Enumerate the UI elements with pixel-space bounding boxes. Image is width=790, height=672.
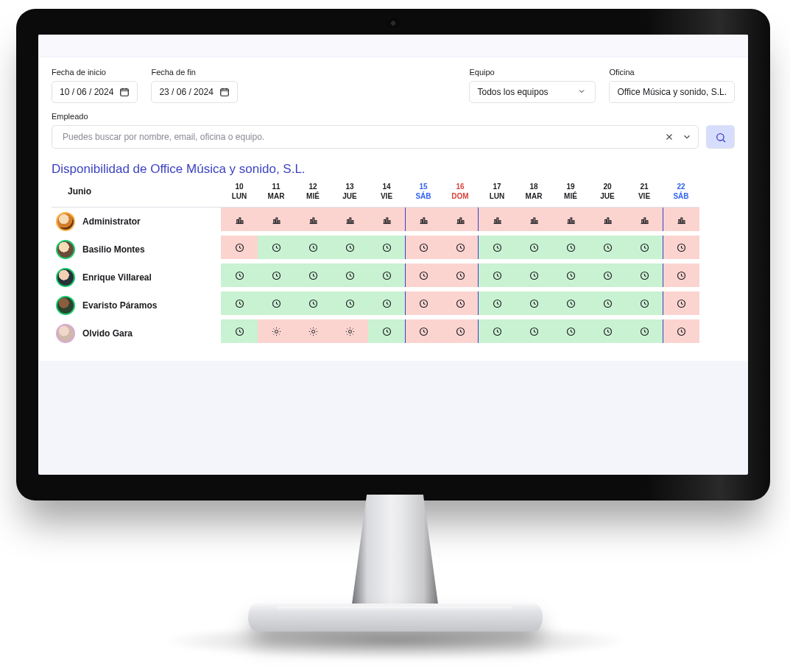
- start-date-label: Fecha de inicio: [52, 68, 138, 77]
- availability-cell[interactable]: [589, 236, 626, 259]
- availability-cell[interactable]: [331, 264, 368, 287]
- availability-cell[interactable]: [258, 236, 295, 259]
- svg-rect-1: [221, 89, 229, 96]
- availability-cell[interactable]: [442, 264, 479, 287]
- chevron-down-icon[interactable]: [682, 132, 692, 142]
- svg-rect-10: [313, 218, 314, 224]
- clear-icon[interactable]: [664, 132, 674, 142]
- availability-cell[interactable]: [663, 291, 699, 315]
- availability-cell[interactable]: [331, 291, 368, 315]
- availability-cell[interactable]: [368, 319, 405, 343]
- availability-cell[interactable]: [405, 236, 442, 259]
- availability-cell[interactable]: [368, 236, 405, 259]
- availability-cell[interactable]: [663, 208, 699, 231]
- start-date-input[interactable]: 10 / 06 / 2024: [52, 81, 138, 103]
- availability-cell[interactable]: [626, 291, 663, 315]
- availability-cell[interactable]: [515, 208, 552, 231]
- clock-icon: [602, 298, 613, 308]
- employee-search[interactable]: [52, 125, 699, 149]
- employee-name: Olvido Gara: [82, 328, 133, 339]
- availability-cell[interactable]: [258, 208, 295, 231]
- employee-cell[interactable]: Basilio Montes: [52, 236, 221, 264]
- availability-cell[interactable]: [663, 319, 699, 343]
- day-header: 15SÁB: [405, 181, 442, 208]
- availability-cell[interactable]: [295, 291, 331, 315]
- availability-cell[interactable]: [221, 236, 258, 259]
- availability-cell[interactable]: [368, 208, 405, 231]
- employee-cell[interactable]: Evaristo Páramos: [52, 291, 221, 319]
- clock-icon: [345, 242, 355, 252]
- availability-cell[interactable]: [552, 208, 589, 231]
- availability-cell[interactable]: [479, 236, 515, 259]
- availability-cell[interactable]: [405, 291, 442, 315]
- availability-cell[interactable]: [589, 319, 626, 343]
- availability-cell[interactable]: [442, 291, 479, 315]
- availability-cell[interactable]: [552, 264, 589, 287]
- svg-rect-28: [534, 218, 535, 224]
- availability-cell[interactable]: [515, 264, 552, 287]
- svg-rect-35: [610, 221, 611, 224]
- availability-cell[interactable]: [258, 291, 295, 315]
- availability-cell[interactable]: [258, 319, 295, 343]
- clock-icon: [418, 298, 428, 308]
- availability-cell[interactable]: [626, 319, 663, 343]
- availability-cell[interactable]: [515, 319, 552, 343]
- availability-cell[interactable]: [515, 236, 552, 259]
- availability-cell[interactable]: [221, 208, 258, 231]
- monitor-frame: Fecha de inicio 10 / 06 / 2024 Fecha de …: [16, 9, 770, 501]
- office-select[interactable]: Office Música y sonido, S.L.: [609, 81, 735, 103]
- availability-cell[interactable]: [442, 236, 479, 259]
- avatar: [56, 240, 75, 259]
- availability-cell[interactable]: [295, 319, 331, 343]
- availability-cell[interactable]: [552, 291, 589, 315]
- availability-cell[interactable]: [368, 264, 405, 287]
- employee-search-input[interactable]: [61, 131, 664, 143]
- availability-cell[interactable]: [331, 319, 368, 343]
- availability-cell[interactable]: [368, 291, 405, 315]
- availability-cell[interactable]: [221, 291, 258, 315]
- chevron-down-icon: [577, 87, 588, 97]
- availability-cell[interactable]: [331, 208, 368, 231]
- availability-cell[interactable]: [479, 291, 515, 315]
- availability-cell[interactable]: [221, 264, 258, 287]
- availability-cell[interactable]: [589, 264, 626, 287]
- employee-cell[interactable]: Olvido Gara: [52, 319, 221, 347]
- availability-cell[interactable]: [515, 291, 552, 315]
- availability-cell[interactable]: [295, 264, 331, 287]
- availability-cell[interactable]: [552, 236, 589, 259]
- team-select[interactable]: Todos los equipos: [469, 81, 596, 103]
- svg-rect-22: [460, 218, 462, 224]
- availability-cell[interactable]: [626, 236, 663, 259]
- clock-icon: [639, 298, 649, 308]
- employee-cell[interactable]: Administrator: [52, 208, 221, 236]
- clock-icon: [602, 326, 613, 336]
- availability-cell[interactable]: [295, 236, 331, 259]
- bar-icon: [418, 214, 428, 224]
- end-date-input[interactable]: 23 / 06 / 2024: [151, 81, 237, 103]
- availability-cell[interactable]: [331, 236, 368, 259]
- svg-rect-11: [315, 221, 317, 224]
- availability-cell[interactable]: [405, 208, 442, 231]
- availability-cell[interactable]: [405, 319, 442, 343]
- availability-cell[interactable]: [589, 291, 626, 315]
- search-button[interactable]: [706, 125, 735, 149]
- availability-cell[interactable]: [405, 264, 442, 287]
- availability-cell[interactable]: [479, 319, 515, 343]
- employee-cell[interactable]: Enrique Villareal: [52, 264, 221, 291]
- availability-cell[interactable]: [295, 208, 331, 231]
- availability-cell[interactable]: [626, 208, 663, 231]
- availability-cell[interactable]: [442, 208, 479, 231]
- availability-cell[interactable]: [552, 319, 589, 343]
- availability-cell[interactable]: [663, 264, 699, 287]
- availability-cell[interactable]: [479, 208, 515, 231]
- availability-cell[interactable]: [221, 319, 258, 343]
- availability-cell[interactable]: [626, 264, 663, 287]
- bar-icon: [271, 214, 281, 224]
- availability-cell[interactable]: [663, 236, 699, 259]
- availability-cell[interactable]: [258, 264, 295, 287]
- calendar-icon: [119, 87, 130, 97]
- avatar: [56, 296, 75, 315]
- availability-cell[interactable]: [589, 208, 626, 231]
- availability-cell[interactable]: [479, 264, 515, 287]
- availability-cell[interactable]: [442, 319, 479, 343]
